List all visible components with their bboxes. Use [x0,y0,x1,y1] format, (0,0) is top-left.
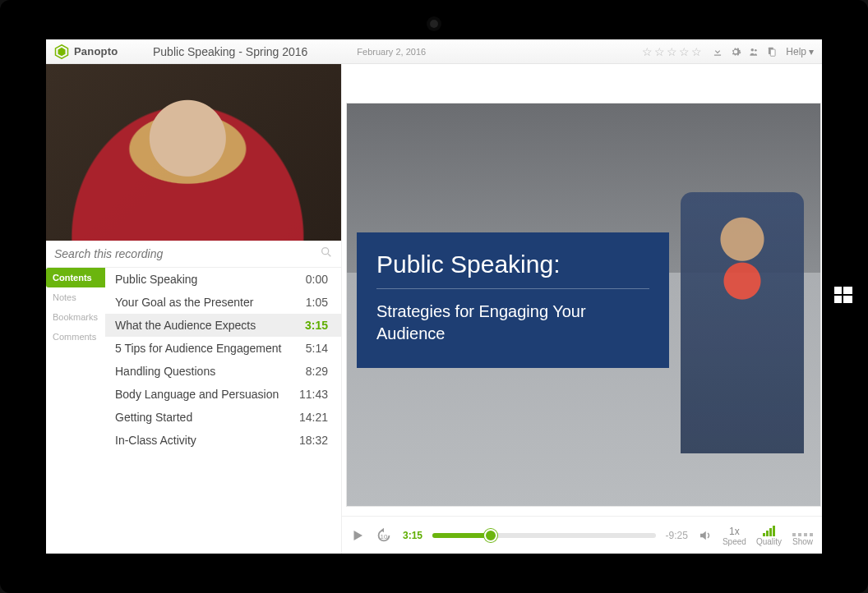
player-bar: 10 3:15 -9:25 1x Speed Quali [342,516,822,554]
share-icon[interactable] [745,46,763,57]
app-viewport: Panopto Public Speaking - Spring 2016 Fe… [46,39,822,554]
remaining-time: -9:25 [666,530,688,541]
gear-icon[interactable] [727,46,745,57]
tab-bookmarks[interactable]: Bookmarks [46,307,105,327]
header-bar: Panopto Public Speaking - Spring 2016 Fe… [46,39,822,64]
star-icon[interactable]: ☆ [642,45,653,58]
speed-caption: Speed [723,538,746,546]
search-icon[interactable] [320,246,333,262]
show-control[interactable]: Show [792,525,814,546]
toc-title: What the Audience Expects [115,319,256,332]
search-input[interactable] [54,247,320,260]
toc-row[interactable]: Your Goal as the Presenter1:05 [105,291,341,314]
svg-rect-9 [771,49,776,56]
toc-time: 0:00 [306,273,328,286]
svg-point-10 [322,248,329,255]
seek-track[interactable] [432,533,656,538]
seek-progress [432,533,491,538]
toc-time: 14:21 [299,411,328,424]
tab-notes[interactable]: Notes [46,287,105,307]
toc-title: Your Goal as the Presenter [115,296,253,309]
play-button[interactable] [350,528,365,543]
svg-rect-0 [834,287,842,294]
svg-point-6 [751,48,755,51]
quality-caption: Quality [756,538,782,546]
rating-stars[interactable]: ☆☆☆☆☆ [642,45,702,58]
current-time: 3:15 [403,530,422,541]
toc-row[interactable]: Handling Questions8:29 [105,360,341,383]
slide-background-figure [681,192,804,454]
show-caption: Show [792,538,813,546]
download-icon[interactable] [709,46,727,57]
slide-area[interactable]: Public Speaking: Strategies for Engaging… [347,103,820,506]
left-panel: ContentsNotesBookmarksComments Public Sp… [46,64,342,554]
rewind-seconds-label: 10 [381,533,388,540]
svg-marker-5 [58,47,66,56]
chevron-down-icon: ▾ [809,46,814,57]
help-label: Help [786,46,806,57]
star-icon[interactable]: ☆ [679,45,690,58]
search-bar [46,241,341,268]
star-icon[interactable]: ☆ [691,45,702,58]
volume-button[interactable] [698,528,713,543]
toc-time: 5:14 [306,342,328,355]
toc-row[interactable]: What the Audience Expects3:15 [105,314,341,337]
toc-row[interactable]: Body Language and Persuasion11:43 [105,383,341,406]
toc-title: 5 Tips for Audience Engagement [115,342,281,355]
show-dots-icon [792,525,814,536]
star-icon[interactable]: ☆ [667,45,677,58]
toc-row[interactable]: Getting Started14:21 [105,406,341,429]
table-of-contents: Public Speaking0:00Your Goal as the Pres… [105,268,341,554]
tablet-frame: Panopto Public Speaking - Spring 2016 Fe… [0,0,868,593]
slide-text-overlay: Public Speaking: Strategies for Engaging… [357,232,669,368]
speed-value: 1x [729,525,740,536]
svg-rect-2 [834,296,842,303]
slide-title: Public Speaking: [376,251,649,289]
brand[interactable]: Panopto [54,44,145,59]
right-panel: Public Speaking: Strategies for Engaging… [342,64,822,554]
session-title: Public Speaking - Spring 2016 [145,45,307,58]
brand-label: Panopto [74,45,118,57]
star-icon[interactable]: ☆ [654,45,665,58]
svg-line-11 [328,254,330,256]
attachments-icon[interactable] [763,46,781,57]
speaker-video[interactable] [46,64,341,241]
toc-time: 11:43 [299,388,328,401]
toc-title: Public Speaking [115,273,197,286]
help-menu[interactable]: Help▾ [786,46,814,57]
session-date: February 2, 2016 [357,47,426,57]
device-camera [430,20,438,28]
toc-title: Handling Questions [115,365,215,378]
slide-subtitle: Strategies for Engaging Your Audience [376,301,649,345]
tab-contents[interactable]: Contents [46,268,105,287]
tab-comments[interactable]: Comments [46,327,105,347]
svg-rect-1 [843,287,852,294]
toc-row[interactable]: 5 Tips for Audience Engagement5:14 [105,337,341,360]
speed-control[interactable]: 1x Speed [723,525,746,546]
quality-control[interactable]: Quality [756,525,782,546]
toc-title: In-Class Activity [115,434,196,447]
quality-bars-icon [763,525,775,536]
seek-thumb[interactable] [484,529,497,542]
toc-title: Getting Started [115,411,192,424]
toc-time: 1:05 [306,296,328,309]
side-tabs: ContentsNotesBookmarksComments [46,268,105,554]
toc-time: 3:15 [305,319,328,332]
windows-logo-icon [833,285,853,308]
toc-row[interactable]: In-Class Activity18:32 [105,429,341,452]
rewind-10-button[interactable]: 10 [375,526,393,545]
toc-title: Body Language and Persuasion [115,388,279,401]
toc-row[interactable]: Public Speaking0:00 [105,268,341,291]
panopto-logo-icon [54,44,69,59]
svg-point-7 [755,48,757,51]
svg-rect-3 [843,296,852,303]
toc-time: 8:29 [306,365,328,378]
toc-time: 18:32 [299,434,328,447]
